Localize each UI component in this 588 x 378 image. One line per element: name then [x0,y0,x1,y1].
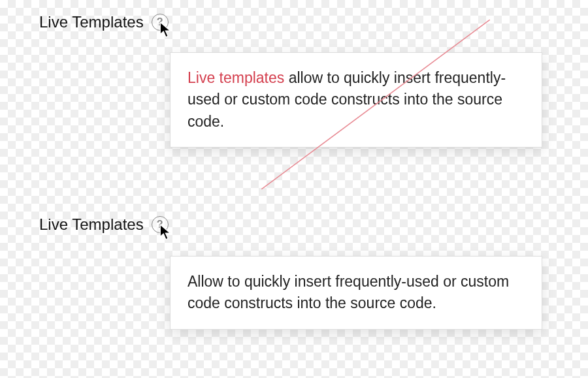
section-title: Live Templates [39,215,144,234]
help-wrap: ? [152,14,169,31]
title-row: Live Templates ? [39,215,549,234]
cursor-icon [159,224,174,241]
cursor-icon [159,22,174,39]
help-wrap: ? [152,216,169,233]
tooltip-redundant-prefix: Live templates [188,69,284,86]
section-title: Live Templates [39,13,144,31]
tooltip-body-text: Allow to quickly insert frequently-used … [188,273,509,311]
tooltip-bad: Live templates allow to quickly insert f… [170,52,542,148]
example-bad: Live Templates ? [39,13,549,31]
title-row: Live Templates ? [39,13,549,31]
example-good: Live Templates ? [39,215,549,234]
tooltip-good: Allow to quickly insert frequently-used … [170,256,542,330]
